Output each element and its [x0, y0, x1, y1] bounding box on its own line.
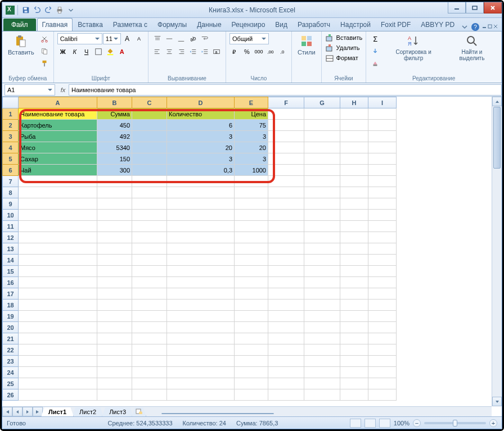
cell-F4[interactable] [268, 142, 304, 153]
zoom-in-icon[interactable]: + [489, 419, 497, 427]
cell-E11[interactable] [235, 221, 268, 232]
cell-D16[interactable] [167, 277, 235, 288]
cell-B14[interactable] [97, 255, 132, 266]
row-header-16[interactable]: 16 [3, 277, 19, 288]
cell-E1[interactable]: Цена [235, 108, 268, 120]
cell-I15[interactable] [368, 266, 397, 277]
row-header-5[interactable]: 5 [3, 153, 19, 165]
cell-F15[interactable] [268, 266, 304, 277]
row-header-19[interactable]: 19 [3, 311, 19, 322]
cell-H14[interactable] [340, 255, 368, 266]
cell-C13[interactable] [132, 243, 167, 255]
tab-foxit[interactable]: Foxit PDF [376, 18, 416, 31]
cell-I23[interactable] [368, 356, 397, 367]
cell-D24[interactable] [167, 367, 235, 378]
cell-F17[interactable] [268, 288, 304, 300]
cell-G26[interactable] [304, 389, 340, 401]
align-center-icon[interactable] [164, 46, 175, 57]
cell-E7[interactable] [235, 176, 268, 187]
cell-F25[interactable] [268, 378, 304, 389]
row-header-18[interactable]: 18 [3, 300, 19, 311]
tab-view[interactable]: Вид [270, 18, 292, 31]
cell-I16[interactable] [368, 277, 397, 288]
cell-H26[interactable] [340, 389, 368, 401]
tab-layout[interactable]: Разметка с [108, 18, 152, 31]
cell-E23[interactable] [235, 356, 268, 367]
cell-D3[interactable]: 3 [167, 131, 235, 142]
row-header-13[interactable]: 13 [3, 243, 19, 255]
tab-file[interactable]: Файл [3, 19, 36, 31]
currency-icon[interactable]: ₽ [230, 46, 241, 57]
print-icon[interactable] [55, 5, 65, 15]
fill-color-icon[interactable] [105, 46, 116, 57]
cell-I12[interactable] [368, 232, 397, 243]
tab-home[interactable]: Главная [37, 18, 73, 31]
cell-E6[interactable]: 1000 [235, 165, 268, 176]
cell-H3[interactable] [340, 131, 368, 142]
cell-D25[interactable] [167, 378, 235, 389]
cell-H23[interactable] [340, 356, 368, 367]
tab-formulas[interactable]: Формулы [152, 18, 192, 31]
cell-D19[interactable] [167, 311, 235, 322]
cell-H12[interactable] [340, 232, 368, 243]
cell-F7[interactable] [268, 176, 304, 187]
cell-F9[interactable] [268, 198, 304, 210]
cell-F2[interactable] [268, 120, 304, 131]
cell-I5[interactable] [368, 153, 397, 165]
cell-H11[interactable] [340, 221, 368, 232]
cell-I10[interactable] [368, 210, 397, 221]
cell-F3[interactable] [268, 131, 304, 142]
delete-cells-button[interactable]: Удалить [325, 43, 360, 52]
cell-G2[interactable] [304, 120, 340, 131]
cell-A14[interactable] [19, 255, 97, 266]
cell-C19[interactable] [132, 311, 167, 322]
copy-icon[interactable] [39, 46, 50, 57]
row-header-25[interactable]: 25 [3, 378, 19, 389]
cell-C9[interactable] [132, 198, 167, 210]
cell-G23[interactable] [304, 356, 340, 367]
col-header-A[interactable]: A [19, 97, 97, 108]
cell-A20[interactable] [19, 322, 97, 333]
vertical-scrollbar[interactable] [492, 97, 502, 406]
row-header-21[interactable]: 21 [3, 333, 19, 344]
cell-H1[interactable] [340, 108, 368, 120]
cell-D9[interactable] [167, 198, 235, 210]
cell-B19[interactable] [97, 311, 132, 322]
zoom-out-icon[interactable]: − [413, 419, 421, 427]
cell-I17[interactable] [368, 288, 397, 300]
cell-H21[interactable] [340, 333, 368, 344]
cell-I2[interactable] [368, 120, 397, 131]
cell-G7[interactable] [304, 176, 340, 187]
sort-filter-button[interactable]: АЯ Сортировка и фильтр [383, 33, 444, 62]
cell-F8[interactable] [268, 187, 304, 198]
font-color-icon[interactable]: A [116, 46, 128, 57]
view-pagebreak-icon[interactable] [379, 419, 390, 428]
cell-I3[interactable] [368, 131, 397, 142]
cell-I18[interactable] [368, 300, 397, 311]
cell-B20[interactable] [97, 322, 132, 333]
row-header-8[interactable]: 8 [3, 187, 19, 198]
vscroll-thumb[interactable] [493, 107, 501, 169]
cell-I8[interactable] [368, 187, 397, 198]
increase-decimal-icon[interactable]: ,00 [265, 46, 276, 57]
wrap-text-icon[interactable] [199, 33, 210, 44]
cell-E5[interactable]: 3 [235, 153, 268, 165]
cell-G3[interactable] [304, 131, 340, 142]
cell-A1[interactable]: Наименование товара [19, 108, 97, 120]
cell-H22[interactable] [340, 344, 368, 356]
cell-A10[interactable] [19, 210, 97, 221]
cell-H19[interactable] [340, 311, 368, 322]
cell-A18[interactable] [19, 300, 97, 311]
cell-A7[interactable] [19, 176, 97, 187]
cell-C4[interactable] [132, 142, 167, 153]
cell-C1[interactable] [132, 108, 167, 120]
cell-G1[interactable] [304, 108, 340, 120]
cell-B9[interactable] [97, 198, 132, 210]
cell-C22[interactable] [132, 344, 167, 356]
align-right-icon[interactable] [176, 46, 187, 57]
hscroll-thumb[interactable] [161, 413, 274, 414]
cell-F6[interactable] [268, 165, 304, 176]
font-name-combo[interactable]: Calibri [57, 33, 102, 44]
fx-icon[interactable]: fx [57, 87, 69, 93]
tab-data[interactable]: Данные [192, 18, 226, 31]
